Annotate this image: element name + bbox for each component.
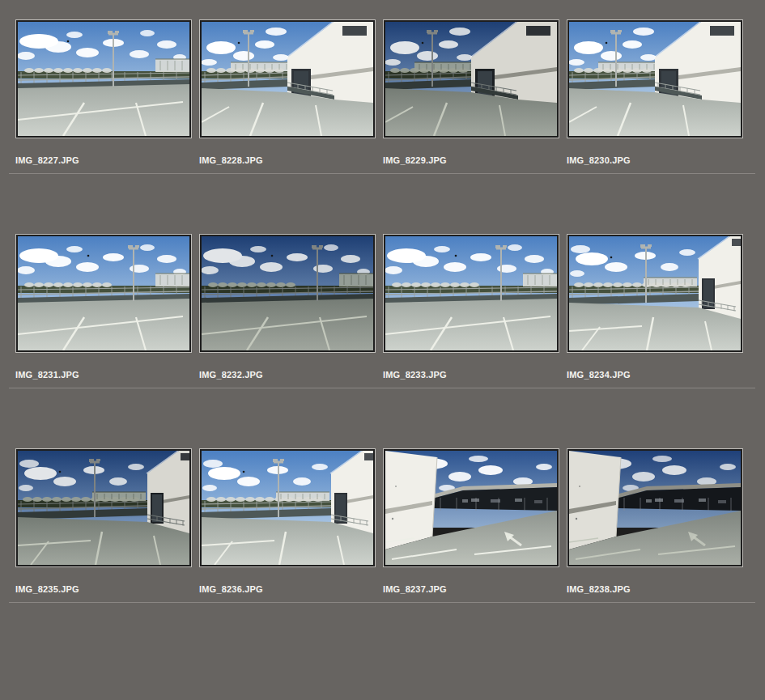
- photo-filename: IMG_8228.JPG: [199, 155, 376, 166]
- photo-filename: IMG_8238.JPG: [567, 584, 743, 595]
- photo-filename: IMG_8233.JPG: [383, 370, 559, 380]
- row-divider: [9, 388, 755, 388]
- thumbnail-row: IMG_8227.JPG IMG_8228.JPG IMG_8229.JPG I…: [15, 19, 765, 174]
- photo-image: [18, 451, 189, 565]
- photo-image: [569, 236, 741, 350]
- photo-cell: IMG_8227.JPG: [15, 19, 192, 166]
- photo-cell: IMG_8230.JPG: [567, 19, 743, 166]
- photo-filename: IMG_8232.JPG: [199, 370, 376, 380]
- photo-filename: IMG_8229.JPG: [383, 155, 559, 166]
- photo-thumbnail[interactable]: [383, 19, 559, 138]
- photo-thumbnail[interactable]: [383, 234, 559, 353]
- photo-thumbnail[interactable]: [383, 448, 559, 567]
- photo-filename: IMG_8227.JPG: [15, 155, 192, 166]
- photo-cell: IMG_8233.JPG: [383, 234, 559, 380]
- photo-cell: IMG_8238.JPG: [567, 448, 743, 595]
- photo-thumbnail[interactable]: [15, 234, 192, 353]
- photo-cell: IMG_8229.JPG: [383, 19, 559, 166]
- photo-image: [569, 451, 741, 565]
- photo-image: [18, 22, 189, 136]
- photo-cell: IMG_8232.JPG: [199, 234, 376, 380]
- photo-image: [202, 236, 373, 350]
- photo-cell: IMG_8228.JPG: [199, 19, 376, 166]
- thumbnail-row: IMG_8231.JPG IMG_8232.JPG IMG_8233.JPG I…: [15, 234, 765, 388]
- photo-thumbnail[interactable]: [199, 19, 376, 138]
- photo-image: [385, 236, 557, 350]
- photo-cell: IMG_8237.JPG: [383, 448, 559, 595]
- photo-thumbnail[interactable]: [15, 19, 192, 138]
- photo-thumbnail[interactable]: [567, 19, 743, 138]
- photo-cell: IMG_8234.JPG: [567, 234, 743, 380]
- photo-image: [385, 22, 557, 136]
- photo-image: [18, 236, 189, 350]
- photo-cell: IMG_8231.JPG: [15, 234, 192, 380]
- row-divider: [9, 173, 755, 174]
- photo-cell: IMG_8235.JPG: [15, 448, 192, 595]
- photo-image: [202, 22, 373, 136]
- photo-thumbnail[interactable]: [15, 448, 192, 567]
- photo-filename: IMG_8230.JPG: [567, 155, 743, 166]
- row-divider: [9, 602, 755, 603]
- photo-filename: IMG_8231.JPG: [15, 370, 192, 380]
- photo-image: [385, 451, 557, 565]
- thumb-row-cells: IMG_8231.JPG IMG_8232.JPG IMG_8233.JPG I…: [15, 234, 765, 380]
- photo-filename: IMG_8236.JPG: [199, 584, 376, 595]
- thumbnail-grid: IMG_8227.JPG IMG_8228.JPG IMG_8229.JPG I…: [0, 0, 765, 603]
- photo-browser-window: { "window": { "background": "#676461", "…: [0, 0, 765, 700]
- photo-thumbnail[interactable]: [567, 448, 743, 567]
- photo-filename: IMG_8235.JPG: [15, 584, 192, 595]
- photo-filename: IMG_8237.JPG: [383, 584, 559, 595]
- photo-filename: IMG_8234.JPG: [567, 370, 743, 380]
- photo-cell: IMG_8236.JPG: [199, 448, 376, 595]
- photo-thumbnail[interactable]: [567, 234, 743, 353]
- photo-image: [202, 451, 373, 565]
- photo-image: [569, 22, 741, 136]
- photo-thumbnail[interactable]: [199, 448, 376, 567]
- photo-thumbnail[interactable]: [199, 234, 376, 353]
- thumbnail-row: IMG_8235.JPG IMG_8236.JPG IMG_8237.JPG I…: [15, 448, 765, 603]
- thumb-row-cells: IMG_8235.JPG IMG_8236.JPG IMG_8237.JPG I…: [15, 448, 765, 595]
- thumb-row-cells: IMG_8227.JPG IMG_8228.JPG IMG_8229.JPG I…: [15, 19, 765, 166]
